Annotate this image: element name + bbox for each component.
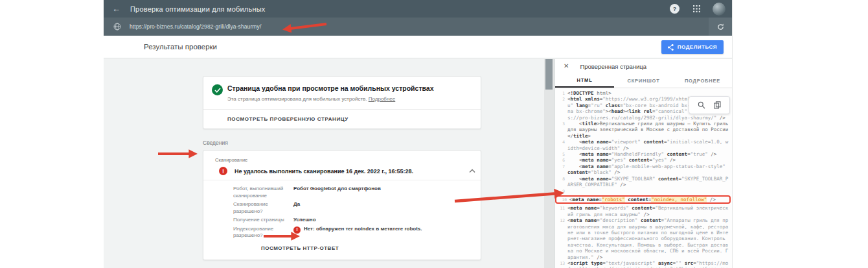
code-line: 1<!DOCTYPE html> bbox=[555, 90, 732, 96]
url-bar: https://pro-biznes.ru/catalog/2982-grili… bbox=[104, 18, 732, 36]
crawl-card: Сканирование ! Не удалось выполнить скан… bbox=[203, 150, 481, 260]
view-http-response-button[interactable]: ПОСМОТРЕТЬ HTTP-ОТВЕТ bbox=[261, 245, 481, 260]
panel-tabs: HTMLСКРИНШОТПОДРОБНЕЕ bbox=[555, 73, 732, 88]
error-icon: ! bbox=[293, 226, 301, 234]
code-line: 6 <meta name="yes" content="yes" /> bbox=[555, 157, 732, 163]
line-code: <meta name="viewport" content="initial-s… bbox=[567, 139, 732, 151]
detail-row: Сканирование разрешено?Да bbox=[233, 201, 470, 215]
code-line: 3 <title>Вертикальные грили для шаурмы –… bbox=[555, 121, 732, 139]
detail-value: Успешно bbox=[293, 217, 316, 224]
line-number: 1 bbox=[555, 90, 567, 96]
detail-label: Индексирование разрешено? bbox=[233, 226, 289, 239]
detail-row: Робот, выполнивший сканированиеРобот Goo… bbox=[233, 186, 470, 199]
share-button[interactable]: ПОДЕЛИТЬСЯ bbox=[661, 40, 724, 54]
copy-icon[interactable] bbox=[714, 101, 721, 109]
line-number: 12 bbox=[555, 217, 567, 260]
detail-row: Индексирование разрешено?!Нет: обнаружен… bbox=[233, 226, 470, 239]
tested-url[interactable]: https://pro-biznes.ru/catalog/2982-grili… bbox=[130, 23, 261, 30]
code-line: 4 <meta name="viewport" content="initial… bbox=[555, 139, 732, 151]
line-code bbox=[567, 188, 732, 194]
code-view: 1<!DOCTYPE html>2<html xmlns="https://ww… bbox=[555, 88, 732, 268]
line-number: 13 bbox=[555, 260, 567, 268]
code-toolbar bbox=[689, 96, 730, 114]
crawl-rows: Робот, выполнивший сканированиеРобот Goo… bbox=[203, 180, 481, 239]
detail-value: !Нет: обнаружен тег noindex в метатеге r… bbox=[293, 226, 422, 239]
code-line: 5 <meta name="HandheldFriendly" content=… bbox=[555, 151, 732, 157]
verdict-title: Страница удобна при просмотре на мобильн… bbox=[227, 84, 434, 92]
close-icon[interactable]: ✕ bbox=[564, 63, 569, 69]
tab-подробнее[interactable]: ПОДРОБНЕЕ bbox=[673, 73, 732, 88]
code-line-highlighted: 10<meta name="robots" content="noindex, … bbox=[555, 195, 731, 204]
view-tested-page-button[interactable]: ПОСМОТРЕТЬ ПРОВЕРЕННУЮ СТРАНИЦУ bbox=[203, 109, 481, 128]
content-area: Страница удобна при просмотре на мобильн… bbox=[104, 59, 732, 268]
detail-label: Сканирование разрешено? bbox=[233, 201, 289, 215]
line-code: <meta name="description" content="Аппара… bbox=[567, 217, 732, 260]
app-title: Проверка оптимизации для мобильных bbox=[130, 5, 266, 13]
code-line: 7 <meta name="apple-mobile-web-app-statu… bbox=[555, 164, 732, 176]
detail-value: Робот Googlebot для смартфонов bbox=[293, 186, 381, 199]
line-code: <title>Вертикальные грили для шаурмы – К… bbox=[567, 121, 732, 139]
chevron-up-icon[interactable] bbox=[469, 169, 475, 173]
help-icon[interactable]: ? bbox=[670, 4, 680, 14]
detail-row: Получение страницыУспешно bbox=[233, 217, 470, 224]
apps-grid-icon[interactable] bbox=[693, 5, 700, 12]
main-column: Страница удобна при просмотре на мобильн… bbox=[203, 59, 481, 268]
code-line: 13<script type="text/javascript" async="… bbox=[555, 260, 732, 268]
line-code: <!DOCTYPE html> bbox=[567, 90, 732, 96]
line-number: 10 bbox=[557, 197, 569, 202]
tab-скриншот[interactable]: СКРИНШОТ bbox=[614, 73, 673, 88]
scrollbar-thumb[interactable] bbox=[545, 59, 553, 90]
line-number: 4 bbox=[555, 139, 567, 151]
line-number: 9 bbox=[555, 188, 567, 194]
app-header: ← Проверка оптимизации для мобильных ? bbox=[104, 0, 732, 18]
back-arrow-icon[interactable]: ← bbox=[112, 5, 120, 13]
line-code: <meta name="apple-mobile-web-app-status-… bbox=[567, 164, 732, 176]
line-number: 11 bbox=[555, 205, 567, 217]
tab-html[interactable]: HTML bbox=[555, 73, 614, 88]
line-number: 6 bbox=[555, 157, 567, 163]
detail-label: Получение страницы bbox=[233, 217, 289, 224]
line-code: <script type="text/javascript" async="" … bbox=[567, 260, 732, 268]
globe-icon bbox=[113, 23, 121, 30]
crawl-status-row[interactable]: ! Не удалось выполнить сканирование 16 д… bbox=[203, 163, 481, 180]
details-section-label: Сведения bbox=[203, 140, 481, 146]
tested-page-panel: ✕ Проверенная страница HTMLСКРИНШОТПОДРО… bbox=[554, 59, 732, 268]
line-code: <meta name="SKYPE_TOOLBAR" content="SKYP… bbox=[567, 176, 732, 188]
crawl-card-label: Сканирование bbox=[203, 151, 481, 163]
search-icon[interactable] bbox=[698, 101, 705, 109]
user-avatar[interactable] bbox=[713, 3, 725, 16]
error-icon: ! bbox=[219, 167, 227, 175]
page-title: Результаты проверки bbox=[144, 36, 217, 58]
success-check-icon bbox=[212, 84, 223, 95]
line-code: <meta name="HandheldFriendly" content="t… bbox=[567, 151, 732, 157]
line-number: 7 bbox=[555, 164, 567, 176]
code-line: 12<meta name="description" content="Аппа… bbox=[555, 217, 732, 260]
line-code: <meta name="yes" content="yes" /> bbox=[567, 157, 732, 163]
line-number: 2 bbox=[555, 96, 567, 121]
line-number: 5 bbox=[555, 151, 567, 157]
scrollbar[interactable] bbox=[544, 59, 554, 268]
code-line: 9 bbox=[555, 188, 732, 194]
verdict-subtitle: Эта страница оптимизирована для мобильны… bbox=[227, 96, 367, 102]
line-code: <meta name="keywords" content="Вертикаль… bbox=[567, 205, 732, 217]
share-button-label: ПОДЕЛИТЬСЯ bbox=[678, 44, 717, 50]
verdict-card: Страница удобна при просмотре на мобильн… bbox=[203, 76, 481, 129]
share-icon bbox=[668, 44, 674, 51]
line-number: 8 bbox=[555, 176, 567, 188]
detail-label: Робот, выполнивший сканирование bbox=[233, 186, 289, 199]
crawl-status-text: Не удалось выполнить сканирование 16 дек… bbox=[234, 168, 413, 175]
code-line: 8 <meta name="SKYPE_TOOLBAR" content="SK… bbox=[555, 176, 732, 188]
code-line: 11<meta name="keywords" content="Вертика… bbox=[555, 205, 732, 217]
detail-value: Да bbox=[293, 201, 300, 215]
mobile-friendly-test-app: ← Проверка оптимизации для мобильных ? h… bbox=[104, 0, 733, 268]
panel-title: Проверенная страница bbox=[580, 63, 646, 70]
line-number: 3 bbox=[555, 121, 567, 139]
learn-more-link[interactable]: Подробнее bbox=[369, 96, 396, 102]
refresh-button[interactable] bbox=[709, 18, 732, 36]
line-code: <meta name="robots" content="noindex, no… bbox=[569, 197, 729, 202]
results-bar: Результаты проверки ПОДЕЛИТЬСЯ bbox=[104, 36, 732, 58]
